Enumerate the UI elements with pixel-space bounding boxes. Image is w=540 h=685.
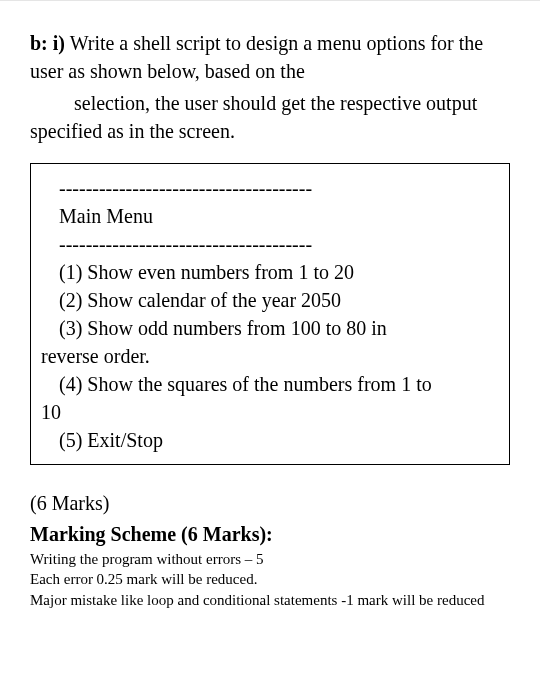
marking-line-1: Writing the program without errors – 5 [30, 549, 510, 569]
menu-item-4a: (4) Show the squares of the numbers from… [41, 370, 497, 398]
marks-total: (6 Marks) [30, 489, 510, 517]
menu-item-1: (1) Show even numbers from 1 to 20 [41, 258, 497, 286]
menu-title: Main Menu [41, 202, 497, 230]
menu-item-3a: (3) Show odd numbers from 100 to 80 in [41, 314, 497, 342]
menu-item-4b: 10 [41, 398, 497, 426]
menu-separator-top: -------------------------------------- [41, 174, 497, 202]
menu-box: -------------------------------------- M… [30, 163, 510, 465]
question-label: b: i) [30, 32, 65, 54]
menu-item-2: (2) Show calendar of the year 2050 [41, 286, 497, 314]
menu-item-3b: reverse order. [41, 342, 497, 370]
question-prompt-line2: selection, the user should get the respe… [30, 89, 510, 145]
menu-separator-bottom: -------------------------------------- [41, 230, 497, 258]
marking-line-3: Major mistake like loop and conditional … [30, 590, 510, 610]
menu-item-5: (5) Exit/Stop [41, 426, 497, 454]
marking-scheme-title: Marking Scheme (6 Marks): [30, 521, 510, 547]
question-text-1: Write a shell script to design a menu op… [30, 32, 483, 82]
marking-line-2: Each error 0.25 mark will be reduced. [30, 569, 510, 589]
question-prompt-line1: b: i) Write a shell script to design a m… [30, 29, 510, 85]
question-text-2: selection, the user should get the respe… [30, 92, 477, 142]
